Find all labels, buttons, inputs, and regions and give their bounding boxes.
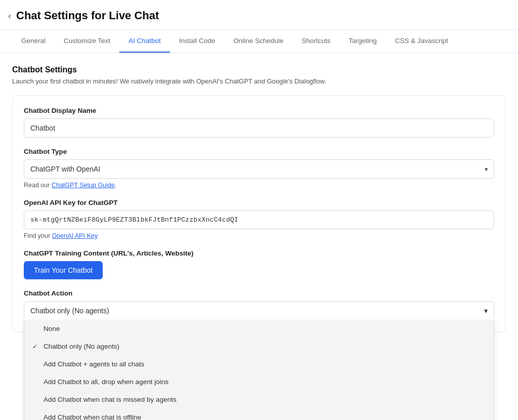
display-name-input[interactable] <box>24 118 494 138</box>
train-chatbot-button[interactable]: Train Your Chatbot <box>24 261 103 279</box>
tab-targeting[interactable]: Targeting <box>339 30 386 53</box>
training-content-label: ChatGPT Training Content (URL's, Article… <box>24 249 494 257</box>
dropdown-item-none-label: None <box>44 325 60 332</box>
chatbot-action-label: Chatbot Action <box>24 289 494 301</box>
section-title: Chatbot Settings <box>12 65 506 74</box>
dropdown-item-none[interactable]: None <box>24 320 494 338</box>
dropdown-item-add-all-chats-label: Add Chatbot + agents to all chats <box>44 360 144 368</box>
chatbot-action-chevron-icon: ▾ <box>484 307 488 315</box>
chatbot-action-section: Chatbot Action Chatbot only (No agents) … <box>24 289 494 320</box>
tab-online-schedule[interactable]: Online Schedule <box>224 30 292 53</box>
check-icon-chatbot-only: ✓ <box>32 343 39 350</box>
chatbot-type-label: Chatbot Type <box>24 148 494 155</box>
chatbot-action-dropdown[interactable]: Chatbot only (No agents) ▾ None ✓ Chatbo… <box>24 301 494 320</box>
chatbot-type-select-wrapper: ChatGPT with OpenAIGoogle DialogflowNone… <box>24 159 494 179</box>
header: ‹ Chat Settings for Live Chat <box>0 0 518 30</box>
find-api-text: Find your OpenAI API Key <box>24 232 494 239</box>
chatbot-type-group: Chatbot Type ChatGPT with OpenAIGoogle D… <box>24 148 494 189</box>
tab-shortcuts[interactable]: Shortcuts <box>292 30 339 53</box>
tab-ai-chatbot[interactable]: AI Chatbot <box>119 30 170 53</box>
openai-api-key-link[interactable]: OpenAI API Key <box>52 232 98 239</box>
tab-install-code[interactable]: Install Code <box>170 30 224 53</box>
chatbot-action-dropdown-list: None ✓ Chatbot only (No agents) Add Chat… <box>24 320 494 420</box>
dropdown-item-drop-agent-joins[interactable]: Add Chatbot to all, drop when agent join… <box>24 373 494 391</box>
tab-css-javascript[interactable]: CSS & Javascript <box>386 30 457 53</box>
form-card: Chatbot Display Name Chatbot Type ChatGP… <box>12 95 506 332</box>
tab-customize-text[interactable]: Customize Text <box>55 30 119 53</box>
dropdown-item-add-all-chats[interactable]: Add Chatbot + agents to all chats <box>24 355 494 373</box>
dropdown-item-chatbot-only-label: Chatbot only (No agents) <box>44 343 119 350</box>
dropdown-item-missed-by-agents[interactable]: Add Chatbot when chat is missed by agent… <box>24 391 494 408</box>
api-key-group: OpenAI API Key for ChatGPT Find your Ope… <box>24 199 494 239</box>
section-description: Launch your first chatbot in minutes! We… <box>12 77 506 85</box>
dropdown-item-missed-by-agents-label: Add Chatbot when chat is missed by agent… <box>44 396 177 403</box>
dropdown-item-chatbot-only[interactable]: ✓ Chatbot only (No agents) <box>24 338 494 355</box>
dropdown-item-offline-label: Add Chatbot when chat is offline <box>44 413 141 420</box>
api-key-label: OpenAI API Key for ChatGPT <box>24 199 494 206</box>
display-name-label: Chatbot Display Name <box>24 107 494 114</box>
api-key-input[interactable] <box>24 211 494 229</box>
chatbot-type-select[interactable]: ChatGPT with OpenAIGoogle DialogflowNone <box>24 159 494 179</box>
chatbot-action-selected-row[interactable]: Chatbot only (No agents) ▾ <box>24 302 494 320</box>
tab-general[interactable]: General <box>12 30 55 53</box>
tabs-nav: General Customize Text AI Chatbot Instal… <box>0 30 518 53</box>
dropdown-item-drop-agent-joins-label: Add Chatbot to all, drop when agent join… <box>44 378 168 386</box>
setup-guide-text: Read our ChatGPT Setup Guide. <box>24 182 494 189</box>
main-content: Chatbot Settings Launch your first chatb… <box>0 53 518 332</box>
dropdown-item-offline[interactable]: Add Chatbot when chat is offline <box>24 408 494 420</box>
display-name-group: Chatbot Display Name <box>24 107 494 138</box>
back-button[interactable]: ‹ <box>8 11 11 21</box>
training-content-group: ChatGPT Training Content (URL's, Article… <box>24 249 494 279</box>
page-title: Chat Settings for Live Chat <box>16 9 159 22</box>
chatbot-action-selected-value: Chatbot only (No agents) <box>30 307 109 315</box>
chatgpt-setup-guide-link[interactable]: ChatGPT Setup Guide <box>52 182 115 189</box>
